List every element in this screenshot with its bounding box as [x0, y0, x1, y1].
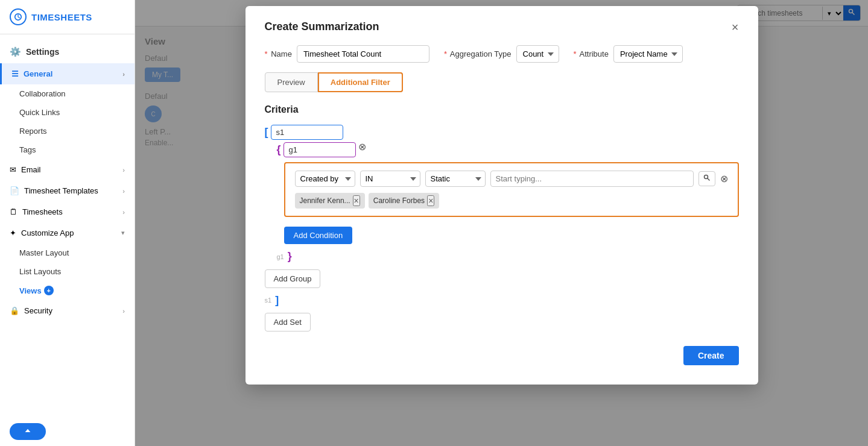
sidebar-sub-master-layout[interactable]: Master Layout [0, 243, 135, 262]
create-button[interactable]: Create [683, 346, 739, 365]
tag-caroline: Caroline Forbes × [369, 193, 440, 209]
attribute-select[interactable]: Project Name [613, 45, 683, 63]
tag-jennifer-remove[interactable]: × [353, 195, 360, 206]
name-input[interactable] [297, 45, 429, 63]
sidebar: TIMESHEETS ⚙️ Settings ☰ General › Colla… [0, 0, 135, 446]
general-chevron: › [122, 71, 125, 78]
tab-additional-filter[interactable]: Additional Filter [318, 72, 403, 92]
settings-text: Settings [26, 47, 59, 57]
sidebar-item-customize-app[interactable]: ✦ Customize App ▾ [0, 222, 135, 243]
sidebar-sub-list-layouts[interactable]: List Layouts [0, 262, 135, 281]
attribute-field: * Attribute Project Name [574, 45, 683, 63]
group-open-bracket: { [277, 142, 281, 157]
criteria-section: Criteria [ { ⊗ Created by [265, 104, 739, 331]
sidebar-item-security[interactable]: 🔒 Security › [0, 300, 135, 321]
group-name-input[interactable] [284, 142, 356, 157]
views-label: Views [19, 286, 42, 295]
security-chevron: › [122, 307, 125, 315]
add-condition-button[interactable]: Add Condition [284, 227, 353, 244]
sidebar-item-timesheets[interactable]: 🗒 Timesheets › [0, 201, 135, 222]
modal-tabs: Preview Additional Filter [265, 72, 739, 92]
group-close-bracket: } [288, 249, 292, 264]
set-name-input[interactable] [271, 125, 343, 140]
modal-header: Create Summarization × [265, 20, 739, 33]
condition-box: Created by IN Static ⊗ [284, 162, 739, 217]
criteria-title: Criteria [265, 104, 739, 115]
set-open-bracket: [ [265, 125, 268, 140]
email-icon: ✉ [10, 165, 16, 174]
condition-field-select[interactable]: Created by [295, 171, 355, 187]
timesheets-label: Timesheets [22, 207, 63, 216]
sidebar-sub-reports[interactable]: Reports [0, 122, 135, 140]
create-summarization-modal: Create Summarization × * Name * Aggregat… [246, 6, 758, 385]
name-label: * Name [265, 49, 292, 58]
customize-app-chevron: ▾ [121, 229, 125, 237]
add-group-button[interactable]: Add Group [265, 269, 321, 288]
svg-point-3 [704, 175, 708, 179]
condition-tags-area: Jennifer Kenn... × Caroline Forbes × [295, 193, 728, 209]
svg-line-4 [707, 178, 709, 181]
timesheet-templates-icon: 📄 [10, 186, 19, 195]
name-required-star: * [265, 49, 268, 58]
app-title: TIMESHEETS [31, 12, 92, 22]
tag-jennifer-label: Jennifer Kenn... [300, 196, 350, 205]
timesheet-templates-label: Timesheet Templates [24, 186, 98, 195]
modal-title: Create Summarization [265, 20, 379, 33]
timesheet-templates-chevron: › [122, 187, 125, 195]
modal-footer: Create [265, 346, 739, 365]
security-label: Security [24, 306, 52, 315]
tag-caroline-remove[interactable]: × [427, 195, 434, 206]
scroll-top-button[interactable] [10, 423, 46, 440]
condition-type-select[interactable]: Static [425, 171, 486, 187]
set-close-bracket: ] [275, 293, 279, 308]
sidebar-sub-tags[interactable]: Tags [0, 140, 135, 159]
group-close-label: g1 [277, 253, 284, 260]
aggregation-required-star: * [444, 49, 447, 58]
main-content: 🔔 📊 ▾ View Defaul My T... Defaul C Left … [135, 0, 868, 446]
security-icon: 🔒 [10, 306, 19, 315]
timesheets-icon: 🗒 [10, 207, 17, 216]
sidebar-item-timesheet-templates[interactable]: 📄 Timesheet Templates › [0, 180, 135, 201]
app-logo-icon [10, 8, 27, 25]
name-field: * Name [265, 45, 429, 63]
timesheets-chevron: › [122, 209, 125, 216]
attribute-required-star: * [574, 49, 577, 58]
sidebar-header: TIMESHEETS [0, 0, 135, 34]
modal-close-button[interactable]: × [732, 21, 739, 33]
group-clear-button[interactable]: ⊗ [358, 142, 366, 152]
attribute-label: * Attribute [574, 49, 609, 58]
email-chevron: › [122, 166, 125, 174]
set-close-label: s1 [265, 297, 272, 304]
sidebar-sub-collaboration[interactable]: Collaboration [0, 84, 135, 103]
sidebar-item-general[interactable]: ☰ General › [0, 63, 135, 84]
condition-row: Created by IN Static ⊗ [295, 171, 728, 187]
tab-preview[interactable]: Preview [265, 72, 318, 92]
condition-operator-select[interactable]: IN [360, 171, 420, 187]
settings-icon: ⚙️ [10, 46, 21, 57]
condition-search-input[interactable] [490, 171, 694, 187]
customize-app-label: Customize App [21, 228, 74, 237]
sidebar-sub-views[interactable]: Views + [0, 281, 135, 300]
tag-caroline-label: Caroline Forbes [373, 196, 425, 205]
name-row: * Name * Aggregation Type Count [265, 45, 739, 63]
views-add-icon[interactable]: + [44, 286, 54, 295]
email-label: Email [21, 165, 41, 174]
aggregation-field: * Aggregation Type Count [444, 45, 559, 63]
add-set-button[interactable]: Add Set [265, 313, 311, 331]
condition-clear-button[interactable]: ⊗ [720, 174, 728, 184]
condition-search-button[interactable] [699, 171, 715, 186]
aggregation-label: * Aggregation Type [444, 49, 512, 58]
sidebar-item-email[interactable]: ✉ Email › [0, 159, 135, 180]
aggregation-select[interactable]: Count [516, 45, 559, 63]
general-label: General [24, 69, 52, 78]
settings-label: ⚙️ Settings [0, 40, 135, 63]
sidebar-bottom [0, 417, 135, 446]
tag-jennifer: Jennifer Kenn... × [295, 193, 365, 209]
customize-app-icon: ✦ [10, 228, 16, 237]
general-icon: ☰ [11, 69, 19, 78]
sidebar-sub-quick-links[interactable]: Quick Links [0, 103, 135, 122]
